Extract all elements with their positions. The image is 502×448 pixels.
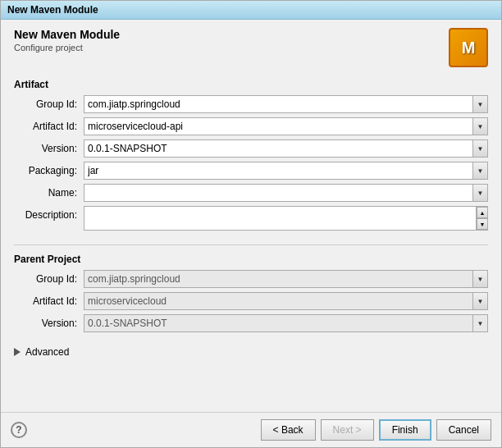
description-input[interactable]	[84, 206, 477, 231]
group-id-wrapper: ▼	[84, 95, 488, 113]
group-id-label: Group Id:	[14, 98, 84, 110]
advanced-label: Advanced	[25, 346, 69, 358]
content-area: New Maven Module Configure project M Art…	[1, 20, 501, 412]
packaging-wrapper: ▼	[84, 162, 488, 180]
footer: ? < Back Next > Finish Cancel	[1, 412, 501, 447]
footer-left: ?	[11, 422, 27, 438]
description-row: Description: ▲ ▼	[14, 206, 488, 231]
help-icon[interactable]: ?	[11, 422, 27, 438]
dialog-subtitle: Configure project	[14, 43, 120, 53]
back-button[interactable]: < Back	[261, 419, 316, 441]
parent-version-dropdown-btn[interactable]: ▼	[473, 314, 488, 332]
dialog-title: New Maven Module	[14, 28, 120, 41]
header-section: New Maven Module Configure project M	[14, 28, 488, 67]
group-id-input[interactable]	[84, 95, 473, 113]
parent-artifact-id-dropdown-btn[interactable]: ▼	[473, 292, 488, 310]
packaging-input[interactable]	[84, 162, 473, 180]
description-scrollbar: ▲ ▼	[477, 206, 488, 231]
version-row: Version: ▼	[14, 139, 488, 158]
name-row: Name: ▼	[14, 184, 488, 202]
separator-1	[14, 245, 488, 245]
artifact-id-dropdown-btn[interactable]: ▼	[473, 117, 488, 135]
artifact-id-input[interactable]	[84, 117, 473, 135]
parent-version-input[interactable]	[84, 314, 473, 332]
parent-project-label: Parent Project	[14, 254, 488, 265]
packaging-dropdown-btn[interactable]: ▼	[473, 162, 488, 180]
advanced-section[interactable]: Advanced	[14, 346, 488, 358]
group-id-row: Group Id: ▼	[14, 95, 488, 113]
artifact-id-wrapper: ▼	[84, 117, 488, 135]
scrollbar-up-btn[interactable]: ▲	[477, 207, 488, 218]
parent-artifact-id-wrapper: ▼	[84, 292, 488, 310]
packaging-label: Packaging:	[14, 165, 84, 176]
parent-group-id-input[interactable]	[84, 270, 473, 288]
cancel-button[interactable]: Cancel	[436, 419, 491, 441]
maven-icon: M	[449, 28, 488, 67]
footer-buttons: < Back Next > Finish Cancel	[261, 419, 491, 441]
version-dropdown-btn[interactable]: ▼	[473, 139, 488, 158]
parent-version-wrapper: ▼	[84, 314, 488, 332]
dialog: New Maven Module New Maven Module Config…	[0, 0, 502, 448]
parent-version-row: Version: ▼	[14, 314, 488, 332]
artifact-section: Artifact Group Id: ▼ Artifact Id: ▼ Ver	[14, 75, 488, 235]
finish-button[interactable]: Finish	[379, 419, 431, 441]
description-label: Description:	[14, 206, 84, 221]
title-bar-label: New Maven Module	[7, 4, 98, 16]
artifact-section-label: Artifact	[14, 79, 488, 90]
parent-group-id-dropdown-btn[interactable]: ▼	[473, 270, 488, 288]
description-wrapper: ▲ ▼	[84, 206, 488, 231]
parent-project-section: Parent Project Group Id: ▼ Artifact Id: …	[14, 250, 488, 336]
name-wrapper: ▼	[84, 184, 488, 202]
name-input[interactable]	[84, 184, 473, 202]
scrollbar-down-btn[interactable]: ▼	[477, 218, 488, 230]
parent-group-id-row: Group Id: ▼	[14, 270, 488, 288]
version-wrapper: ▼	[84, 139, 488, 158]
parent-artifact-id-input[interactable]	[84, 292, 473, 310]
parent-artifact-id-row: Artifact Id: ▼	[14, 292, 488, 310]
parent-artifact-id-label: Artifact Id:	[14, 295, 84, 307]
parent-group-id-wrapper: ▼	[84, 270, 488, 288]
version-input[interactable]	[84, 139, 473, 158]
next-button[interactable]: Next >	[321, 419, 374, 441]
name-dropdown-btn[interactable]: ▼	[473, 184, 488, 202]
title-bar: New Maven Module	[1, 1, 501, 20]
header-text: New Maven Module Configure project	[14, 28, 120, 53]
advanced-triangle-icon	[14, 348, 21, 356]
parent-version-label: Version:	[14, 318, 84, 329]
artifact-id-row: Artifact Id: ▼	[14, 117, 488, 135]
version-label: Version:	[14, 143, 84, 154]
artifact-id-label: Artifact Id:	[14, 121, 84, 132]
group-id-dropdown-btn[interactable]: ▼	[473, 95, 488, 113]
name-label: Name:	[14, 187, 84, 199]
parent-group-id-label: Group Id:	[14, 273, 84, 285]
packaging-row: Packaging: ▼	[14, 162, 488, 180]
